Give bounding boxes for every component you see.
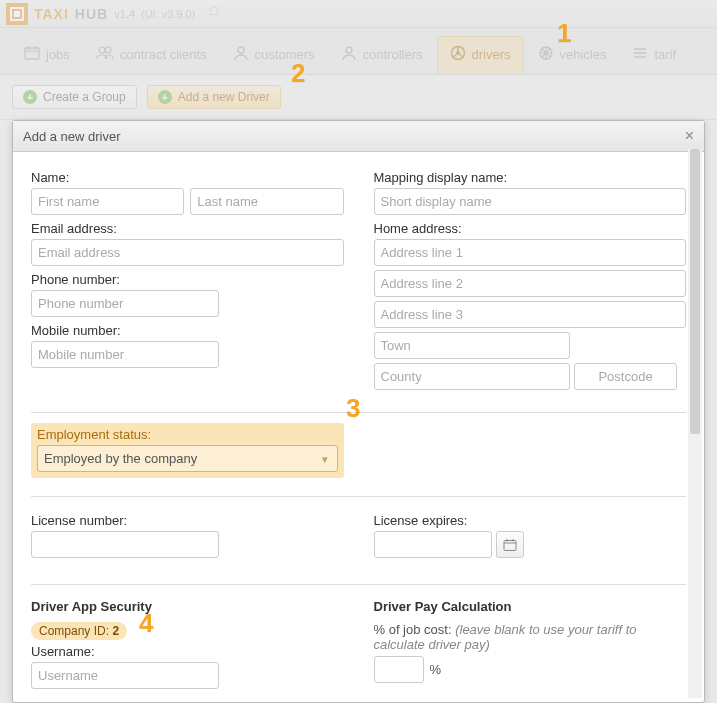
mobile-label: Mobile number: bbox=[31, 323, 344, 338]
mobile-input[interactable] bbox=[31, 341, 219, 368]
calendar-button[interactable] bbox=[496, 531, 524, 558]
first-name-input[interactable] bbox=[31, 188, 184, 215]
pct-sign: % bbox=[430, 662, 442, 677]
license-exp-label: License expires: bbox=[374, 513, 687, 528]
email-input[interactable] bbox=[31, 239, 344, 266]
pct-label: % of job cost: bbox=[374, 622, 452, 637]
pct-input[interactable] bbox=[374, 656, 424, 683]
pay-section-title: Driver Pay Calculation bbox=[374, 599, 687, 614]
calendar-icon bbox=[503, 538, 517, 552]
last-name-input[interactable] bbox=[190, 188, 343, 215]
license-no-label: License number: bbox=[31, 513, 344, 528]
phone-input[interactable] bbox=[31, 290, 219, 317]
add-driver-modal: Add a new driver × Name: Email address: … bbox=[12, 120, 705, 703]
name-label: Name: bbox=[31, 170, 344, 185]
mapping-input[interactable] bbox=[374, 188, 687, 215]
modal-close-button[interactable]: × bbox=[685, 127, 694, 145]
address1-input[interactable] bbox=[374, 239, 687, 266]
modal-header: Add a new driver × bbox=[13, 121, 704, 152]
phone-label: Phone number: bbox=[31, 272, 344, 287]
company-id-value: 2 bbox=[112, 624, 119, 638]
home-address-label: Home address: bbox=[374, 221, 687, 236]
company-id-chip: Company ID: 2 bbox=[31, 622, 127, 640]
email-label: Email address: bbox=[31, 221, 344, 236]
modal-title: Add a new driver bbox=[23, 129, 121, 144]
username-input[interactable] bbox=[31, 662, 219, 689]
address2-input[interactable] bbox=[374, 270, 687, 297]
security-section-title: Driver App Security bbox=[31, 599, 344, 614]
town-input[interactable] bbox=[374, 332, 571, 359]
username-label: Username: bbox=[31, 644, 344, 659]
license-no-input[interactable] bbox=[31, 531, 219, 558]
modal-scrollbar[interactable] bbox=[688, 149, 702, 698]
county-input[interactable] bbox=[374, 363, 571, 390]
modal-body: Name: Email address: Phone number: Mobil… bbox=[13, 152, 704, 702]
callout-3: 3 bbox=[346, 393, 360, 424]
postcode-input[interactable] bbox=[574, 363, 677, 390]
svg-rect-24 bbox=[504, 540, 516, 550]
employment-label: Employment status: bbox=[37, 427, 338, 442]
company-id-label: Company ID: bbox=[39, 624, 109, 638]
mapping-label: Mapping display name: bbox=[374, 170, 687, 185]
employment-select[interactable]: Employed by the company bbox=[37, 445, 338, 472]
license-exp-input[interactable] bbox=[374, 531, 492, 558]
address3-input[interactable] bbox=[374, 301, 687, 328]
